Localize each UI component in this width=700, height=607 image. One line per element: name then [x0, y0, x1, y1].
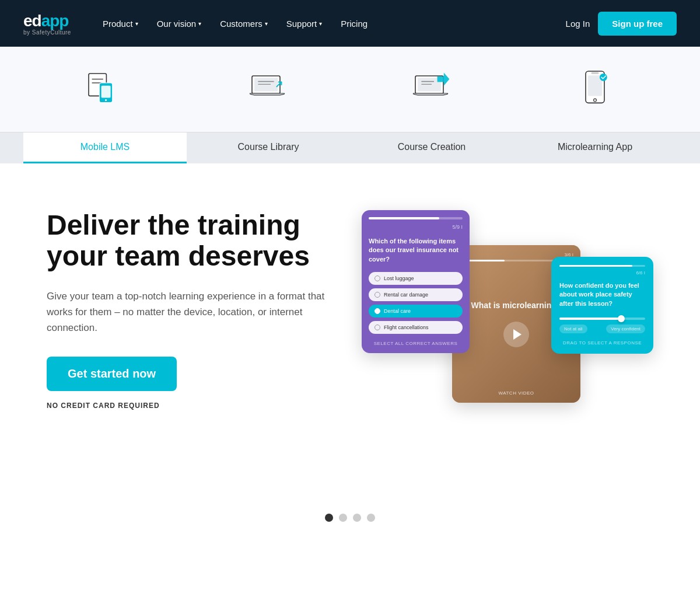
pagination-dots — [0, 496, 700, 545]
hero-description: Give your team a top-notch learning expe… — [47, 288, 327, 336]
tab-course-creation[interactable]: Course Creation — [350, 132, 513, 163]
slider-step: 6/6 I — [559, 270, 645, 275]
nav-support[interactable]: Support ▾ — [278, 14, 331, 33]
nav-pricing[interactable]: Pricing — [332, 14, 376, 33]
video-footer: WATCH VIDEO — [498, 390, 534, 396]
slider-progress-bar — [559, 265, 645, 267]
video-step: 3/6 I — [459, 252, 573, 257]
quiz-option-3: Dental care — [369, 305, 463, 318]
nav-login-button[interactable]: Log In — [558, 14, 598, 33]
tab-mobile-lms[interactable]: Mobile LMS — [23, 132, 187, 163]
logo-sub: by SafetyCulture — [23, 29, 71, 36]
course-library-icon — [239, 64, 298, 111]
slider-footer: DRAG TO SELECT A RESPONSE — [559, 340, 645, 346]
feature-microlearning[interactable] — [513, 64, 677, 132]
feature-course-creation[interactable] — [350, 64, 513, 132]
play-button[interactable] — [503, 322, 529, 347]
slider-question: How confident do you feel about work pla… — [559, 281, 645, 308]
features-section: Mobile LMS Course Library Course Creatio… — [0, 47, 700, 163]
logo[interactable]: edapp by SafetyCulture — [23, 12, 71, 36]
radio-icon — [374, 325, 380, 330]
slider-label-left: Not at all — [559, 325, 587, 333]
nav-product[interactable]: Product ▾ — [94, 14, 146, 33]
slider-card: 6/6 I How confident do you feel about wo… — [551, 257, 653, 354]
slider-track[interactable] — [559, 318, 645, 320]
svg-point-5 — [105, 99, 107, 101]
logo-app: app — [41, 12, 69, 30]
nav-signup-button[interactable]: Sign up free — [598, 12, 677, 36]
microlearning-icon — [566, 64, 624, 111]
radio-checked-icon — [374, 308, 380, 314]
slider-labels: Not at all Very confident — [559, 325, 645, 333]
hero-cta-button[interactable]: Get started now — [47, 357, 177, 391]
quiz-question: Which of the following items does our tr… — [369, 237, 463, 264]
hero-mockup: 5/9 I Which of the following items does … — [362, 210, 653, 461]
hero-section: Deliver the training your team deserves … — [0, 163, 700, 496]
svg-rect-4 — [102, 86, 111, 98]
hero-title: Deliver the training your team deserves — [47, 210, 327, 272]
features-icons — [0, 64, 700, 132]
slider-progress-fill — [559, 265, 632, 267]
radio-icon — [374, 275, 380, 281]
svg-rect-16 — [592, 72, 599, 74]
quiz-option-1: Lost luggage — [369, 272, 463, 285]
quiz-footer: SELECT ALL CORRECT ANSWERS — [369, 341, 463, 346]
pagination-dot-1[interactable] — [325, 514, 333, 522]
features-tabs: Mobile LMS Course Library Course Creatio… — [0, 132, 700, 163]
chevron-down-icon: ▾ — [265, 20, 268, 27]
quiz-card: 5/9 I Which of the following items does … — [362, 210, 470, 353]
quiz-step: 5/9 I — [369, 224, 463, 230]
hero-left: Deliver the training your team deserves … — [47, 204, 327, 410]
feature-course-library[interactable] — [187, 64, 350, 132]
nav-our-vision[interactable]: Our vision ▾ — [149, 14, 210, 33]
tab-course-library[interactable]: Course Library — [187, 132, 350, 163]
mobile-lms-icon — [76, 64, 134, 111]
no-credit-card-label: NO CREDIT CARD REQUIRED — [47, 402, 327, 410]
chevron-down-icon: ▾ — [135, 20, 138, 27]
pagination-dot-2[interactable] — [339, 514, 347, 522]
slider-label-right: Very confident — [606, 325, 645, 333]
pagination-dot-3[interactable] — [353, 514, 361, 522]
play-icon — [513, 329, 522, 340]
nav-links: Product ▾ Our vision ▾ Customers ▾ Suppo… — [94, 14, 558, 33]
chevron-down-icon: ▾ — [198, 20, 201, 27]
svg-point-18 — [600, 74, 607, 81]
quiz-option-4: Flight cancellations — [369, 321, 463, 334]
pagination-dot-4[interactable] — [367, 514, 375, 522]
navbar: edapp by SafetyCulture Product ▾ Our vis… — [0, 0, 700, 47]
course-creation-icon — [402, 64, 461, 111]
feature-mobile-lms[interactable] — [23, 64, 187, 132]
logo-ed: ed — [23, 12, 41, 30]
chevron-down-icon: ▾ — [319, 20, 322, 27]
quiz-progress-fill — [369, 217, 439, 219]
slider-thumb — [618, 315, 625, 322]
tab-microlearning-app[interactable]: Microlearning App — [513, 132, 677, 163]
quiz-option-2: Rental car damage — [369, 288, 463, 301]
quiz-progress-bar — [369, 217, 463, 219]
radio-icon — [374, 292, 380, 298]
nav-customers[interactable]: Customers ▾ — [212, 14, 276, 33]
slider-fill — [559, 318, 620, 320]
